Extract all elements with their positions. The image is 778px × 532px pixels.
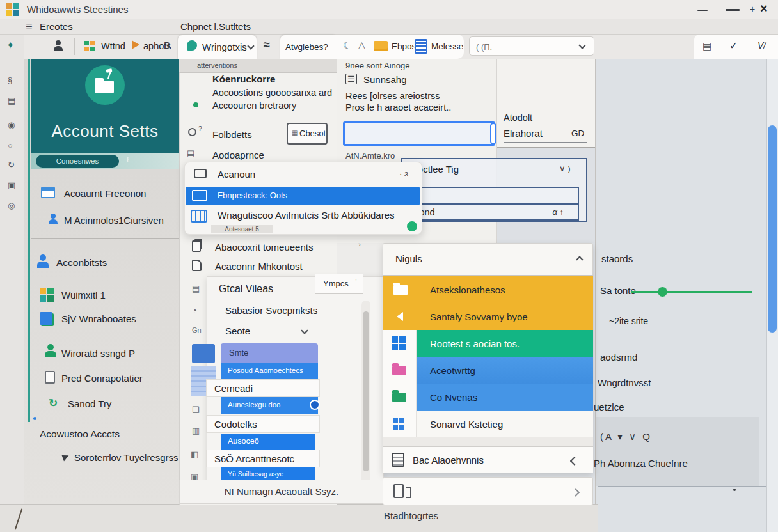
settings-tab-label[interactable]: atterventions — [197, 61, 237, 69]
prism-icon[interactable]: △ — [358, 40, 365, 50]
toolbar-item-ebpos[interactable]: Ebpos — [392, 42, 416, 51]
minimize-icon[interactable] — [697, 10, 708, 11]
summary-item-sunnsahg[interactable]: Sunnsahg — [363, 74, 407, 85]
clipboard-icon[interactable]: ▤ — [703, 40, 711, 52]
search-chevron-icon[interactable] — [578, 42, 585, 49]
extra-box[interactable] — [383, 477, 593, 505]
rail-icon-6[interactable]: ▣ — [8, 180, 15, 190]
rail-icon-7[interactable]: ◎ — [8, 201, 15, 210]
moon-icon[interactable]: ☾ — [343, 40, 351, 51]
submenu-item-seote[interactable]: Seote — [225, 325, 250, 336]
rail-icon-2[interactable]: ▤ — [8, 96, 15, 106]
rail-icon-3[interactable]: ◉ — [8, 120, 15, 130]
menu-item-mhkontost[interactable]: Acaconnr Mhkontost — [215, 261, 303, 272]
toolbar-item-melesse[interactable]: Melesse — [431, 42, 463, 51]
slider-knob[interactable] — [658, 287, 667, 297]
notice-title-icons[interactable]: ∨ ) — [559, 164, 570, 173]
folders-label[interactable]: Folbdetts — [212, 129, 252, 140]
dropdown-item-acanoun-mark: · ɜ — [399, 169, 408, 178]
action-row-rootest[interactable]: Rootest s aocian tos. — [383, 330, 593, 357]
dropdown-item-selected[interactable]: Fbnpesteack: Oots — [186, 187, 420, 205]
sidebar-section-acowustoo[interactable]: Acowustoo Acccts — [40, 428, 120, 440]
dropdown-subrow[interactable]: Aotesoaet 5 — [211, 225, 273, 233]
sidebar-item-wiroratd[interactable]: Wiroratd ssngd P — [61, 348, 135, 359]
menu-item-ereotes[interactable]: Ereotes — [40, 21, 73, 32]
right-item-aodsrmd[interactable]: aodsrmd — [600, 352, 637, 363]
menu-item-account-torments[interactable]: Abaocoxrit tomeueents — [215, 242, 313, 253]
person-icon[interactable] — [54, 40, 63, 51]
sidebar-item-pred[interactable]: Pred Conrapotatier — [61, 373, 143, 384]
sidebar-item-acinmolos[interactable]: M Acinmolos1Ciursiven — [64, 215, 164, 226]
account-name[interactable]: Elrahorat — [504, 128, 543, 139]
menu-item-chpnet[interactable]: Chpnet l.Sutltets — [180, 21, 251, 32]
action-row-convenas[interactable]: Co Nvenas — [383, 384, 593, 411]
toolbar-search[interactable] — [469, 36, 594, 56]
cascade-row-ausoce[interactable]: Ausoceö — [221, 434, 315, 450]
notice-row[interactable]: Dond α ↑ — [405, 203, 579, 221]
sidebar-item-wuimxitl[interactable]: Wuimxitl 1 — [61, 290, 106, 301]
filter-icon[interactable]: V/ — [758, 40, 766, 51]
dropdown-subrow-label: Aotesoaet 5 — [211, 225, 273, 233]
cascade-row-posoud[interactable]: Posoud Aaomoechtecs — [221, 363, 318, 379]
sidebar-item-freeonon[interactable]: Acoaurnt Freeonon — [64, 188, 146, 199]
dropdown-item-wnagutiscoo[interactable]: Wnagutiscoo Avifmutcis Srtb Abbükidares — [218, 210, 395, 221]
sidebar-divider — [31, 238, 179, 239]
cascade-row-codotelks[interactable]: Codotelks — [206, 415, 320, 433]
toolbar-item-wttnd[interactable]: Wttnd — [101, 41, 125, 51]
blue-list-icon[interactable] — [415, 39, 427, 54]
yellow-card-icon[interactable] — [374, 41, 388, 51]
search-input[interactable] — [475, 39, 573, 54]
right-item-wngrdtnvsst[interactable]: Wngrdtnvsst — [598, 377, 651, 388]
hero-title: Account Setts — [31, 121, 179, 141]
radio-blue-icon[interactable] — [310, 400, 320, 410]
slider-track[interactable] — [631, 291, 752, 293]
below-label: Btadhtogrtes — [384, 510, 438, 521]
sidebar-item-sanod[interactable]: Sanod Try — [68, 398, 111, 409]
summary-line1: Rees [olrses areiostrss — [345, 91, 440, 101]
rail-icon-5[interactable]: ↻ — [8, 160, 15, 169]
action-row-atsekslonathesos[interactable]: Atsekslonathesos — [383, 276, 593, 303]
cascade-row-arcanttnesotc[interactable]: S6Ö Arcanttnesotc — [206, 450, 320, 467]
ympcs-box[interactable]: Ympcs ⌐ — [315, 274, 363, 294]
wave-icon[interactable]: ≈ — [264, 38, 270, 52]
bottom-strip — [0, 504, 598, 532]
right-item-subsite[interactable]: ~2ite srite — [609, 316, 648, 326]
check-icon[interactable]: ✓ — [729, 40, 738, 52]
action-row-santaly[interactable]: Santaly Sovvamy byoe — [383, 303, 593, 330]
panel-heading: Kóenruckorre — [212, 74, 275, 84]
annotation-icons[interactable]: (A ▾ ∨ Q — [600, 431, 652, 442]
palette-icon[interactable] — [84, 41, 95, 51]
action-row-aceotwrttg[interactable]: Aceotwrttg — [383, 357, 593, 384]
cascade-label-posoud: Posoud Aaomoechtecs — [228, 366, 303, 374]
bolt-icon[interactable]: Ƀ — [164, 40, 170, 51]
cascade-row-aunesiexgu[interactable]: Aunesiexgu doo — [221, 397, 318, 414]
inner-scroll-thumb[interactable] — [363, 311, 369, 471]
submenu-item-global-views[interactable]: Gtcal Vileas — [219, 283, 273, 295]
minimize-icon-alt[interactable] — [726, 9, 740, 11]
sidebar-item-acconbitsts[interactable]: Acconbitsts — [56, 257, 107, 269]
restore-icon[interactable]: + — [750, 4, 755, 14]
signal-icon[interactable]: ✦ — [6, 40, 15, 51]
action-row-sonarvd[interactable]: Sonarvd Kstetieg — [383, 411, 593, 437]
menu-item-mark: › — [358, 240, 361, 248]
summary-input[interactable] — [343, 121, 495, 146]
sidebar-subitem-soroterrlov[interactable]: Soroterrlov Tuyelresgrsse — [74, 452, 178, 463]
rail-icon-1[interactable]: § — [8, 75, 12, 85]
sidebar-item-wnrabooates[interactable]: SjV Wnrabooates — [61, 313, 136, 324]
cascade-row-cemeadi[interactable]: Cemeadi — [206, 379, 320, 397]
submenu-item-sabasior[interactable]: Säbasior Svocpmksts — [225, 305, 317, 316]
right-item-uetzlce[interactable]: uetzlce — [594, 402, 624, 412]
close-icon[interactable]: × — [760, 1, 768, 16]
action-label-4: Co Nvenas — [430, 392, 477, 403]
hamburger-icon: ☰ — [345, 74, 357, 84]
report-icon: ▤ — [192, 284, 200, 293]
cascade-row-smte[interactable]: Smte — [221, 343, 318, 363]
scrollbar-thumb[interactable] — [768, 125, 777, 332]
dropdown-item-acanoun[interactable]: Acanoun — [218, 169, 255, 180]
folder-white-icon — [393, 285, 408, 295]
rail-icon-4[interactable]: ○ — [8, 141, 13, 150]
appearance-label[interactable]: Aodoaprnce — [212, 150, 264, 160]
hero-pill-button[interactable]: Conoesnwes — [36, 155, 119, 168]
action-footer-row[interactable]: Bac Alaoehvnnis — [383, 446, 593, 473]
choose-button[interactable]: ▦ Cbesot — [287, 123, 328, 145]
